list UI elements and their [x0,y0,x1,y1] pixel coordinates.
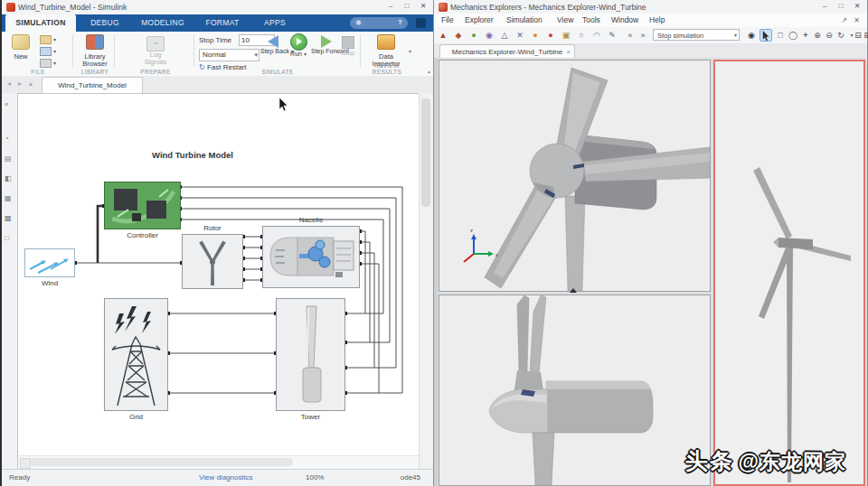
profile-icon[interactable]: ◉ [355,18,362,26]
data-inspector-button[interactable]: Data Inspector [367,33,405,66]
view-pane-full-turbine[interactable] [713,60,865,486]
view-pane-hub-closeup[interactable] [439,294,711,486]
signal-table-icon[interactable]: ▩ [5,214,12,222]
explorer-doc-tab[interactable]: Mechanics Explorer-Wind_Turbine × [439,44,575,59]
annotate-icon[interactable]: ✎ [606,29,618,42]
block-rotor[interactable] [182,234,243,289]
hide-browser-icon[interactable]: « [5,100,8,108]
splitter-handle[interactable] [570,288,577,293]
minimize-button[interactable]: – [384,2,397,10]
frame-next-icon[interactable]: » [637,29,649,42]
horizontal-scrollbar[interactable] [18,455,421,469]
quick-access-toolbar[interactable]: ◉ ? [350,17,408,29]
tab-simulation[interactable]: SIMULATION [5,14,76,32]
data-inspector-icon [377,34,395,50]
export-video-icon[interactable]: ● [467,29,480,42]
block-label-controller: Controller [104,231,181,239]
new-button[interactable]: New [5,33,36,66]
step-forward-button[interactable]: Step Forward [311,33,342,55]
restore-button[interactable]: □ [835,2,847,10]
model-doc-tab[interactable]: Wind_Turbine_Model [42,77,143,94]
block-wind[interactable] [24,248,75,277]
viewmarks-icon[interactable]: ▦ [5,194,12,202]
model-icon[interactable]: ◆ [452,29,465,42]
folder-icon[interactable]: ▣ [560,29,572,42]
marker-a-icon[interactable]: ● [529,29,542,42]
block-controller[interactable] [104,182,181,229]
group-label-file: FILE [7,69,69,75]
zoom-tool-icon[interactable]: ◔ [5,135,9,143]
close-panel-icon[interactable]: ✕ [854,16,860,24]
undock-icon[interactable]: ↗ [841,16,847,24]
block-nacelle[interactable] [262,226,360,288]
restore-button[interactable]: □ [401,2,413,10]
help-icon[interactable]: ? [398,18,402,26]
lasso-tool-icon[interactable]: ◯ [787,29,799,42]
menu-explorer[interactable]: Explorer [465,15,494,24]
menu-help[interactable]: Help [649,15,665,24]
print-button[interactable]: ▾ [40,59,56,69]
tab-apps[interactable]: APPS [253,14,297,32]
close-button[interactable]: ✕ [851,2,863,10]
nav-up-icon[interactable]: ▴ [29,79,33,88]
triad-toggle-icon[interactable]: △ [498,29,511,42]
scroll-thumb[interactable] [31,458,293,466]
run-button[interactable]: Run ▾ [288,33,309,58]
settings-icon[interactable]: ◉ [483,29,495,42]
tab-format[interactable]: FORMAT [195,14,250,32]
curve-icon[interactable]: ◠ [590,29,603,42]
block-grid[interactable] [104,298,168,411]
record-icon[interactable]: ◉ [745,29,758,42]
screen: Wind_Turbine_Model - Simulink – □ ✕ SIMU… [0,0,868,486]
minimize-ribbon-icon[interactable] [416,18,426,28]
menu-tools[interactable]: Tools [582,15,600,24]
view-diagnostics-link[interactable]: View diagnostics [199,473,252,481]
minimize-button[interactable]: – [818,2,831,10]
menu-window[interactable]: Window [611,15,638,24]
tree-panel-collapsed-strip[interactable] [434,58,438,486]
callout-tool-icon[interactable]: □ [774,29,787,42]
sphere-icon[interactable]: ○ [575,29,588,42]
pan-tool-icon[interactable]: + [799,29,812,42]
save-button[interactable]: ▾ [40,47,56,57]
log-signals-button[interactable]: ~ Log Signals [136,33,175,66]
cut-plane-icon[interactable]: ✕ [514,29,526,42]
group-label-simulate: SIMULATE [228,69,327,75]
step-back-button[interactable]: Step Back ▾ [260,33,286,55]
block-tower[interactable] [276,298,345,411]
window-title: Mechanics Explorers - Mechanics Explorer… [450,3,646,12]
close-button[interactable]: ✕ [417,2,429,10]
model-canvas[interactable]: Wind Turbine Model [17,93,422,470]
tab-debug[interactable]: DEBUG [80,14,130,32]
zoom-in-tool-icon[interactable]: ⊕ [811,29,824,42]
sample-time-icon[interactable]: □ [5,234,9,242]
playback-mode-select[interactable]: Stop simulation ▾ [653,29,740,41]
zoom-out-tool-icon[interactable]: ⊖ [823,29,835,42]
scroll-corner[interactable] [20,458,31,469]
menu-file[interactable]: File [441,15,454,24]
close-tab-icon[interactable]: × [566,45,571,59]
chevron-down-icon[interactable]: ▾ [409,48,411,54]
stop-button[interactable]: Stop [338,33,358,57]
library-browser-button[interactable]: Library Browser [78,33,112,66]
marker-b-icon[interactable]: ● [544,29,557,42]
chevron-down-icon: ▾ [53,37,56,42]
simulation-mode-select[interactable]: Normal ▾ [199,49,259,61]
scroll-thumb[interactable] [421,98,430,207]
area-tool-icon[interactable]: ◧ [5,174,12,182]
membrane-icon[interactable]: ▲ [437,29,449,42]
tab-modeling[interactable]: MODELING [132,14,193,32]
annotation-icon[interactable]: ▤ [5,154,12,163]
menu-view[interactable]: View [557,15,573,24]
view-pane-nacelle-closeup[interactable]: x z [439,60,711,292]
vertical-scrollbar[interactable] [419,93,433,470]
menu-simulation[interactable]: Simulation [506,15,542,24]
open-button[interactable]: ▾ [40,35,56,45]
nav-back-icon[interactable]: ◂ [7,79,11,88]
nav-forward-icon[interactable]: ▸ [18,79,22,88]
print-icon [40,59,52,68]
split-vertical-icon[interactable]: ⊞ [861,29,868,42]
frame-prev-icon[interactable]: « [624,29,637,42]
collapse-ribbon-icon[interactable]: ▴ [428,68,430,74]
pointer-tool-icon[interactable] [760,29,772,42]
